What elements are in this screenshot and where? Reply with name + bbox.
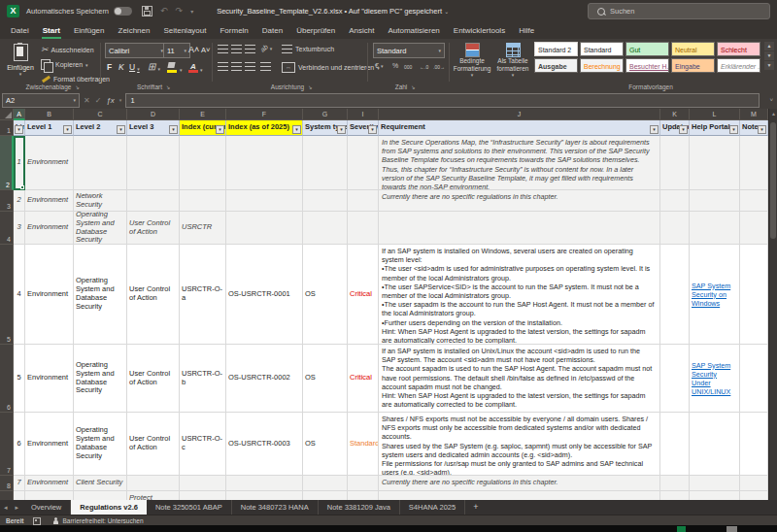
column-header-L[interactable]: L — [690, 109, 740, 120]
cell-help_portal[interactable] — [690, 491, 740, 500]
cut-button[interactable]: ✂ Ausschneiden — [41, 45, 94, 54]
shrink-font-button[interactable]: A˅ — [201, 46, 210, 54]
cell-note[interactable] — [740, 413, 768, 476]
cell-updated[interactable] — [660, 245, 690, 345]
sheet-tab-note-3250501-abap[interactable]: Note 3250501 ABAP — [147, 500, 232, 515]
cell-help_portal[interactable] — [690, 413, 740, 476]
sheet-nav-back-icon[interactable]: ◂ — [0, 500, 12, 515]
sheet-tab-note-3381209-java[interactable]: Note 3381209 Java — [319, 500, 400, 515]
cell-line[interactable]: 8 — [14, 491, 25, 500]
filter-icon[interactable]: ▾ — [337, 125, 346, 134]
excel-logo-icon[interactable]: X — [7, 5, 19, 17]
filter-icon[interactable]: ▾ — [216, 125, 224, 134]
column-header-D[interactable]: D — [127, 109, 180, 120]
cell-updated[interactable] — [660, 345, 690, 413]
confirm-entry-icon[interactable]: ✓ — [95, 96, 102, 105]
style-besuchter-h-[interactable]: Besuchter H... — [625, 58, 669, 73]
filter-icon[interactable]: ▾ — [368, 125, 377, 134]
header-cell-updated[interactable]: Updated▾ — [660, 120, 690, 136]
column-header-A[interactable]: A — [14, 109, 25, 120]
cell-severity[interactable] — [348, 190, 379, 212]
style-ausgabe[interactable]: Ausgabe — [534, 58, 578, 73]
header-cell-level2[interactable]: Level 2▾ — [74, 120, 127, 136]
vertical-scrollbar[interactable]: ▲ — [768, 109, 777, 500]
cell-updated[interactable] — [660, 476, 690, 491]
cell-updated[interactable] — [660, 136, 690, 190]
gallery-expand-icon[interactable]: ▼ — [764, 61, 774, 70]
cell-index_2025[interactable]: OS-USRCTR-0002 — [226, 345, 303, 413]
cell-note[interactable] — [740, 190, 768, 212]
filter-icon[interactable]: ▾ — [15, 125, 23, 134]
merge-center-button[interactable]: ↔ Verbinden und zentrieren ▾ — [282, 62, 380, 73]
row-header-8[interactable]: 8 — [0, 476, 14, 491]
cell-level1[interactable]: Environment — [25, 345, 74, 413]
cell-requirement[interactable]: If an SAP system is installed on Unix/Li… — [379, 345, 660, 413]
conditional-formatting-button[interactable]: Bedingte Formatierung ▾ — [451, 43, 493, 80]
cell-index_current[interactable] — [180, 476, 226, 491]
increase-decimal-button[interactable]: ←.0 — [420, 64, 428, 70]
cell-index_2025[interactable] — [226, 190, 303, 212]
decrease-indent-button[interactable] — [260, 62, 271, 71]
row-header-7[interactable]: 7 — [0, 413, 14, 476]
save-icon[interactable] — [142, 6, 152, 17]
style-schlecht[interactable]: Schlecht — [717, 42, 760, 56]
filter-icon[interactable]: ▾ — [169, 125, 178, 134]
cell-requirement[interactable] — [379, 212, 660, 245]
cell-level1[interactable]: Environment — [25, 245, 74, 345]
cell-note[interactable] — [740, 136, 768, 190]
cell-index_current[interactable]: USRCTR-O-c — [180, 413, 226, 476]
filter-icon[interactable]: ▾ — [679, 125, 688, 134]
number-format-select[interactable]: Standard▾ — [373, 43, 445, 58]
header-cell-help_portal[interactable]: Help Portal▾ — [690, 120, 740, 136]
macro-record-icon[interactable] — [33, 517, 41, 525]
column-header-F[interactable]: F — [226, 109, 303, 120]
cell-note[interactable] — [740, 212, 768, 245]
cell-level1[interactable]: Environment — [25, 413, 74, 476]
cell-level2[interactable]: Operating System and Database Security — [74, 345, 127, 413]
alignment-dialog-launcher-icon[interactable]: ↘ — [307, 84, 312, 90]
formula-input[interactable]: 1 — [125, 93, 760, 108]
decrease-decimal-button[interactable]: .00→ — [433, 64, 445, 70]
help-portal-link[interactable]: SAP System Security Under UNIX/LINUX — [692, 361, 737, 396]
cell-updated[interactable] — [660, 413, 690, 476]
cell-level2[interactable] — [74, 136, 127, 190]
header-cell-severity[interactable]: Severity▾ — [348, 120, 379, 136]
select-all-corner[interactable] — [0, 109, 14, 120]
cell-updated[interactable] — [660, 190, 690, 212]
cell-index_2025[interactable] — [226, 476, 303, 491]
cell-updated[interactable] — [660, 212, 690, 245]
cell-requirement[interactable]: Currently there are no specific regulati… — [379, 190, 660, 212]
menu-tab-datei[interactable]: Datei — [4, 23, 36, 38]
cell-level3[interactable]: User Control of Action — [127, 212, 180, 245]
wrap-text-button[interactable]: Textumbruch — [282, 45, 334, 53]
cell-system_type[interactable]: OS — [303, 245, 348, 345]
cell-system_type[interactable] — [303, 212, 348, 245]
formula-bar-expand-icon[interactable]: ˅ — [769, 97, 773, 103]
style-neutral[interactable]: Neutral — [671, 42, 715, 56]
scroll-up-icon[interactable]: ▲ — [769, 109, 777, 116]
add-sheet-button[interactable]: + — [465, 500, 486, 515]
cell-line[interactable]: 7 — [14, 476, 25, 491]
font-size-select[interactable]: 11▾ — [163, 43, 190, 58]
style-erkl-render-[interactable]: Erklärender ... — [717, 58, 760, 73]
sheet-nav-forward-icon[interactable]: ▸ — [12, 500, 23, 515]
column-header-C[interactable]: C — [74, 109, 127, 120]
cell-level3[interactable]: Protect Production — [127, 491, 180, 500]
style-standard-2[interactable]: Standard 2 — [534, 42, 578, 56]
gallery-up-icon[interactable]: ▲ — [764, 42, 774, 50]
header-cell-level1[interactable]: Level 1▾ — [25, 120, 74, 136]
filter-icon[interactable]: ▾ — [729, 125, 738, 134]
undo-icon[interactable]: ↶ — [160, 6, 168, 16]
search-box[interactable]: Suchen — [588, 3, 770, 19]
row-header-2[interactable]: 2 — [0, 136, 14, 190]
cell-level2[interactable]: Network Security — [74, 190, 127, 212]
cell-level3[interactable] — [127, 190, 180, 212]
cell-level1[interactable]: Environment — [25, 212, 74, 245]
currency-format-button[interactable]: €▾ — [375, 62, 383, 69]
align-middle-button[interactable] — [231, 45, 242, 53]
cell-index_current[interactable]: USRCTR — [180, 212, 226, 245]
cell-note[interactable] — [740, 345, 768, 413]
cell-index_current[interactable]: CHANGE — [180, 491, 226, 500]
font-color-button[interactable]: A▾ — [188, 62, 203, 73]
redo-icon[interactable]: ↷ — [176, 6, 184, 16]
